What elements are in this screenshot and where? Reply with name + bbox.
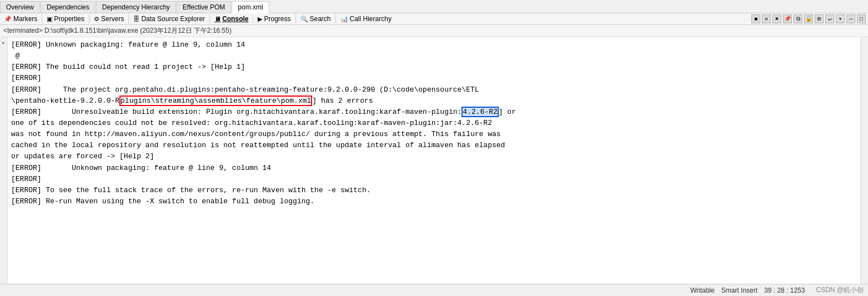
- stop-button[interactable]: ■: [751, 14, 760, 23]
- close-button[interactable]: ✕: [762, 14, 771, 23]
- console-line: [ERROR] Re-run Maven using the -X switch…: [11, 196, 857, 207]
- console-line: @: [11, 51, 857, 62]
- console-line: was not found in http://maven.aliyun.com…: [11, 129, 857, 140]
- console-icon: 🖥: [214, 16, 220, 22]
- progress-icon: ▶: [258, 16, 262, 23]
- properties-icon: ▣: [47, 16, 52, 23]
- toolbar-properties[interactable]: ▣ Properties: [45, 14, 86, 23]
- toolbar-servers-label: Servers: [101, 15, 124, 23]
- toolbar: 📌 Markers ▣ Properties ⚙ Servers 🗄 Data …: [0, 13, 868, 25]
- toolbar-console[interactable]: 🖥 Console: [213, 14, 250, 23]
- menu-button[interactable]: ▾: [836, 14, 845, 23]
- sep3: [128, 14, 129, 23]
- toolbar-right-buttons: ■ ✕ ✖ 📌 ⧉ 🔒 ⊞ ↵ ▾ — □: [751, 14, 866, 23]
- console-line: [ERROR] Unknown packaging: feature @ lin…: [11, 163, 857, 174]
- toolbar-markers[interactable]: 📌 Markers: [2, 14, 39, 23]
- maximize-button[interactable]: □: [857, 14, 866, 23]
- console-line: one of its dependencies could not be res…: [11, 118, 857, 129]
- cursor-position: 39 : 28 : 1253: [764, 287, 805, 294]
- highlighted-path: plugins\streaming\assemblies\feature\pom…: [119, 96, 312, 106]
- toolbar-progress[interactable]: ▶ Progress: [256, 14, 292, 23]
- console-line: cached in the local repository and resol…: [11, 140, 857, 151]
- gutter-arrow: ▸: [2, 38, 5, 48]
- toolbar-call-hierarchy[interactable]: 📊 Call Hierarchy: [339, 14, 393, 23]
- word-wrap-button[interactable]: ↵: [825, 14, 834, 23]
- tab-effective-pom[interactable]: Effective POM: [177, 1, 231, 13]
- smart-insert-status: Smart Insert: [721, 287, 757, 294]
- bottom-bar-center: Writable Smart Insert 39 : 28 : 1253: [684, 287, 812, 294]
- sep4: [209, 14, 210, 23]
- tab-overview[interactable]: Overview: [0, 1, 40, 13]
- console-line: or updates are forced -> [Help 2]: [11, 151, 857, 162]
- tab-pom-xml[interactable]: pom.xml: [232, 1, 269, 13]
- console-line: [ERROR]: [11, 73, 857, 84]
- toolbar-search-label: Search: [310, 15, 331, 23]
- tab-bar: Overview Dependencies Dependency Hierarc…: [0, 0, 868, 13]
- console-gutter: ▸: [0, 37, 8, 284]
- tab-dependencies[interactable]: Dependencies: [41, 1, 96, 13]
- toolbar-data-source-label: Data Source Explorer: [141, 15, 205, 23]
- status-text: <terminated> D:\soft\jdk1.8.151\bin\java…: [3, 27, 232, 34]
- data-source-explorer-icon: 🗄: [133, 16, 139, 22]
- toolbar-markers-label: Markers: [13, 15, 37, 23]
- console-line: \pentaho-kettle-9.2.0.0-Rplugins\streami…: [11, 96, 857, 107]
- watermark: CSDN @机小创: [811, 285, 868, 295]
- sep1: [42, 14, 42, 23]
- bottom-bar: Writable Smart Insert 39 : 28 : 1253 CSD…: [0, 284, 868, 296]
- status-line: <terminated> D:\soft\jdk1.8.151\bin\java…: [0, 25, 868, 37]
- copy-button[interactable]: ⧉: [794, 14, 802, 23]
- toolbar-console-label: Console: [222, 15, 248, 23]
- console-line: [ERROR] Unknown packaging: feature @ lin…: [11, 39, 857, 51]
- console-line: [ERROR] Unresolveable build extension: P…: [11, 107, 857, 118]
- console-line: [ERROR]: [11, 174, 857, 185]
- writable-status: Writable: [690, 287, 715, 294]
- sep7: [335, 14, 336, 23]
- servers-icon: ⚙: [94, 16, 99, 23]
- minimize-button[interactable]: —: [846, 14, 855, 23]
- sep5: [253, 14, 253, 23]
- toolbar-call-hierarchy-label: Call Hierarchy: [350, 15, 392, 23]
- console-line: [ERROR] The project org.pentaho.di.plugi…: [11, 84, 857, 96]
- pin-button[interactable]: 📌: [783, 14, 792, 23]
- toolbar-progress-label: Progress: [264, 15, 290, 23]
- toolbar-servers[interactable]: ⚙ Servers: [92, 14, 126, 23]
- toolbar-data-source-explorer[interactable]: 🗄 Data Source Explorer: [132, 14, 207, 23]
- tab-dependency-hierarchy[interactable]: Dependency Hierarchy: [96, 1, 176, 13]
- highlighted-version: 4.2.6-R2: [461, 107, 498, 117]
- console-line: [ERROR] The build could not read 1 proje…: [11, 62, 857, 73]
- layout-button[interactable]: ⊞: [815, 14, 824, 23]
- console-line: [ERROR] To see the full stack trace of t…: [11, 185, 857, 196]
- toolbar-properties-label: Properties: [54, 15, 84, 23]
- scroll-lock-button[interactable]: 🔒: [804, 14, 813, 23]
- console-area: ▸ [ERROR] Unknown packaging: feature @ l…: [0, 37, 868, 284]
- sep2: [89, 14, 89, 23]
- toolbar-search[interactable]: 🔍 Search: [299, 14, 333, 23]
- console-content[interactable]: [ERROR] Unknown packaging: feature @ lin…: [8, 37, 860, 284]
- search-icon: 🔍: [300, 16, 308, 23]
- markers-icon: 📌: [4, 16, 12, 23]
- clear-button[interactable]: ✖: [772, 14, 781, 23]
- call-hierarchy-icon: 📊: [340, 16, 348, 23]
- sep6: [295, 14, 296, 23]
- console-scrollbar[interactable]: [860, 37, 868, 284]
